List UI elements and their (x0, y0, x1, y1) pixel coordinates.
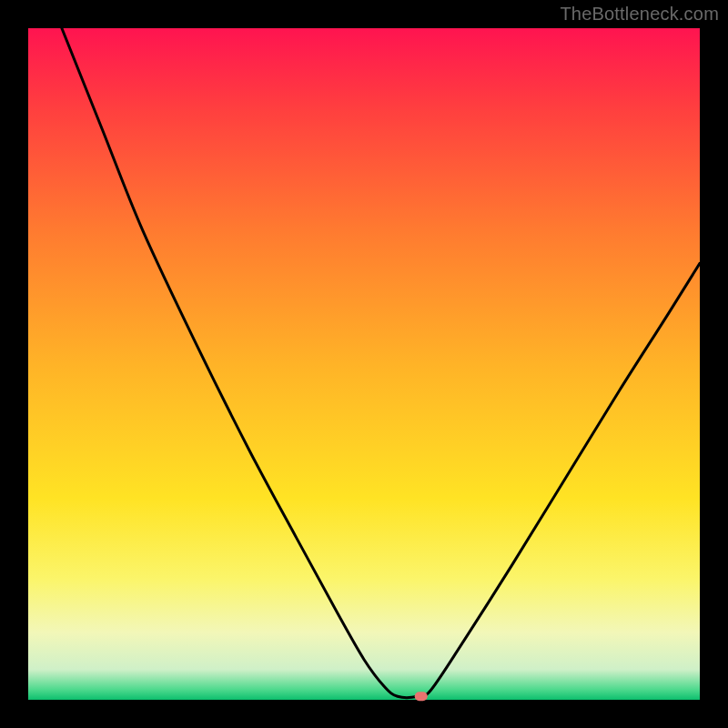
chart-container: TheBottleneck.com (0, 0, 728, 728)
gradient-background (28, 28, 700, 700)
optimal-point-marker (415, 692, 428, 701)
bottleneck-chart (0, 0, 728, 728)
watermark-label: TheBottleneck.com (560, 4, 719, 25)
